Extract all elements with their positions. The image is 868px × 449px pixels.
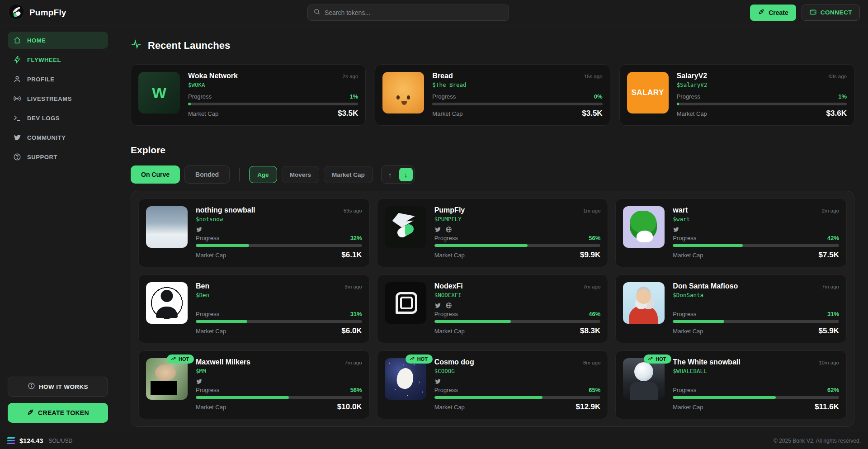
search-input[interactable] — [325, 9, 503, 16]
progress-bar — [673, 396, 839, 399]
token-age: 10m ago — [819, 360, 839, 365]
token-name: SalaryV2 — [677, 72, 708, 80]
token-age: 3m ago — [344, 284, 362, 289]
twitter-icon[interactable] — [673, 226, 679, 235]
token-card[interactable]: HOT The White snowball 10m ago $WHALEBAL… — [615, 350, 847, 419]
sidebar-item-livestreams[interactable]: LIVESTREAMS — [8, 90, 108, 107]
market-cap-label: Market Cap — [673, 404, 703, 411]
token-ticker: $PUMPFLY — [434, 216, 601, 222]
token-avatar — [623, 282, 665, 324]
sort-descending-button[interactable]: ↓ — [399, 168, 413, 181]
progress-label: Progress — [677, 93, 700, 100]
footer-bar: $124.43 SOL/USD © 2025 Bonk V2. All righ… — [0, 432, 868, 449]
market-cap-label: Market Cap — [434, 252, 465, 259]
filter-divider — [239, 168, 240, 181]
launch-card[interactable]: SALARY SalaryV2 43s ago $SalaryV2 Progre… — [619, 64, 854, 126]
create-token-button[interactable]: CREATE TOKEN — [8, 403, 108, 423]
token-card[interactable]: nothing snowball 59s ago $notsnow Progre… — [138, 199, 370, 267]
twitter-icon[interactable] — [196, 378, 203, 387]
social-links — [196, 226, 362, 235]
tab-bonded[interactable]: Bonded — [184, 165, 230, 184]
token-avatar — [385, 206, 426, 248]
progress-fill — [673, 244, 742, 247]
launch-card[interactable]: Bread 15s ago $The Bread Progress 0% Mar… — [375, 64, 610, 126]
progress-bar — [196, 320, 362, 323]
token-card[interactable]: Don Santa Mafioso 7m ago $DonSanta Progr… — [615, 274, 847, 343]
token-name: PumpFly — [434, 206, 465, 214]
progress-bar — [434, 396, 601, 399]
progress-percent: 31% — [827, 311, 839, 317]
sidebar-item-community[interactable]: COMMUNITY — [8, 129, 108, 146]
token-age: 15s ago — [584, 74, 603, 79]
token-card[interactable]: HOT Maxwell Milkers 7m ago $MM Progress … — [138, 350, 370, 419]
flywheel-bolt-icon — [13, 56, 21, 64]
progress-percent: 65% — [589, 387, 600, 393]
token-card[interactable]: PumpFly 1m ago $PUMPFLY Progress 56% Mar… — [377, 199, 609, 267]
twitter-icon[interactable] — [196, 226, 203, 235]
token-card[interactable]: HOT Cosmo dog 8m ago $CODOG Progress 65% — [377, 350, 609, 419]
market-cap-value: $7.5K — [819, 250, 839, 260]
market-cap-value: $6.1K — [341, 250, 362, 260]
broadcast-icon — [13, 95, 21, 103]
token-age: 43s ago — [828, 74, 847, 79]
market-cap-label: Market Cap — [432, 110, 462, 117]
progress-bar — [196, 244, 362, 247]
progress-fill — [434, 396, 542, 399]
twitter-icon[interactable] — [434, 378, 441, 387]
sort-movers-button[interactable]: Movers — [282, 166, 319, 183]
social-links — [434, 226, 601, 235]
tab-on-curve[interactable]: On Curve — [131, 165, 180, 184]
token-card[interactable]: Ben 3m ago $Ben Progress 31% Market Cap … — [138, 274, 370, 343]
website-icon[interactable] — [445, 226, 452, 235]
progress-bar — [673, 244, 839, 247]
how-it-works-button[interactable]: HOW IT WORKS — [8, 377, 108, 397]
progress-label: Progress — [434, 387, 458, 393]
progress-percent: 42% — [827, 235, 839, 241]
progress-fill — [673, 396, 776, 399]
connect-wallet-button[interactable]: CONNECT — [802, 5, 860, 21]
progress-fill — [673, 320, 724, 323]
hot-badge: HOT — [406, 354, 433, 364]
search-bar[interactable] — [307, 5, 509, 21]
sidebar-item-profile[interactable]: PROFILE — [8, 71, 108, 88]
wallet-icon — [809, 8, 817, 17]
token-age: 59s ago — [344, 208, 362, 213]
sol-pair-label: SOL/USD — [48, 438, 72, 444]
sol-price-group: $124.43 SOL/USD — [7, 437, 72, 444]
market-cap-label: Market Cap — [434, 328, 465, 335]
create-button[interactable]: Create — [750, 5, 796, 21]
sidebar-item-flywheel[interactable]: FLYWHEEL — [8, 51, 108, 68]
sort-age-button[interactable]: Age — [249, 166, 277, 183]
market-cap-value: $8.3K — [580, 326, 600, 336]
market-cap-label: Market Cap — [677, 110, 707, 117]
market-cap-value: $11.6K — [815, 402, 839, 411]
profile-icon — [13, 75, 21, 83]
market-cap-value: $9.9K — [580, 250, 600, 260]
token-name: Ben — [196, 282, 209, 290]
market-cap-label: Market Cap — [196, 328, 226, 335]
sidebar-item-home[interactable]: HOME — [8, 32, 108, 49]
token-age: 7m ago — [822, 284, 839, 289]
progress-fill — [196, 244, 249, 247]
token-avatar — [385, 282, 426, 324]
token-card[interactable]: NodexFi 7m ago $NODEXFI Progress 46% Mar… — [377, 274, 609, 343]
launch-card[interactable]: W Woka Network 2s ago $WOKA Progress 1% … — [131, 64, 366, 126]
progress-percent: 31% — [350, 311, 362, 317]
help-icon — [13, 153, 21, 161]
twitter-icon[interactable] — [434, 302, 441, 311]
token-ticker: $CODOG — [434, 368, 601, 374]
progress-bar — [188, 103, 358, 105]
sidebar-item-support[interactable]: SUPPORT — [8, 148, 108, 165]
sort-ascending-button[interactable]: ↑ — [383, 168, 397, 181]
token-name: The White snowball — [673, 358, 740, 366]
token-card[interactable]: wart 2m ago $wart Progress 42% Market Ca… — [615, 199, 847, 267]
social-links — [434, 378, 601, 387]
search-icon — [313, 8, 321, 17]
progress-percent: 62% — [827, 387, 839, 393]
sidebar-item-devlogs[interactable]: DEV LOGS — [8, 109, 108, 127]
app-header: PumpFly Create — [0, 0, 868, 25]
twitter-icon[interactable] — [434, 226, 441, 235]
sort-market-cap-button[interactable]: Market Cap — [324, 166, 373, 183]
brand[interactable]: PumpFly — [8, 4, 66, 22]
website-icon[interactable] — [445, 302, 452, 311]
